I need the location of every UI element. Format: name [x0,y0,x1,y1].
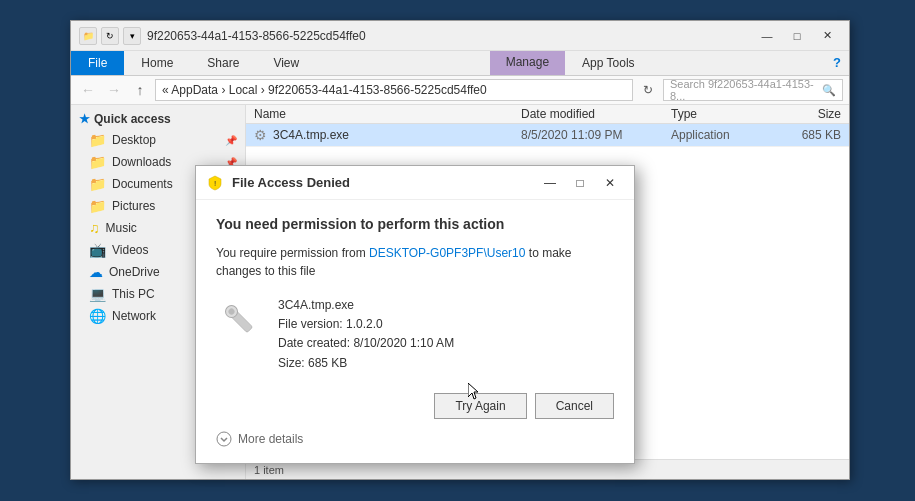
try-again-button[interactable]: Try Again [434,393,526,419]
wrench-icon [216,296,264,344]
file-detail-version: File version: 1.0.2.0 [278,315,454,334]
more-details-link[interactable]: More details [216,431,614,447]
dialog-body: You need permission to perform this acti… [196,200,634,463]
file-detail-size: Size: 685 KB [278,354,454,373]
dialog-title-text: File Access Denied [232,175,536,190]
dialog-heading: You need permission to perform this acti… [216,216,614,232]
dialog-subtext: You require permission from DESKTOP-G0PF… [216,244,614,280]
dialog-maximize-button[interactable]: □ [566,173,594,193]
dialog-minimize-button[interactable]: — [536,173,564,193]
file-access-denied-dialog: ! File Access Denied — □ ✕ You need perm… [195,165,635,464]
dialog-title-bar: ! File Access Denied — □ ✕ [196,166,634,200]
file-details: 3C4A.tmp.exe File version: 1.0.2.0 Date … [278,296,454,373]
file-detail-name: 3C4A.tmp.exe [278,296,454,315]
svg-point-4 [217,432,231,446]
permission-user: DESKTOP-G0PF3PF\User10 [369,246,526,260]
cancel-button[interactable]: Cancel [535,393,614,419]
shield-icon: ! [206,174,224,192]
dialog-overlay: ! File Access Denied — □ ✕ You need perm… [0,0,915,501]
svg-text:!: ! [214,179,216,188]
dialog-close-button[interactable]: ✕ [596,173,624,193]
dialog-buttons: Try Again Cancel [216,393,614,419]
dialog-file-info: 3C4A.tmp.exe File version: 1.0.2.0 Date … [216,296,614,373]
file-detail-date: Date created: 8/10/2020 1:10 AM [278,334,454,353]
chevron-down-icon [216,431,232,447]
more-details-text: More details [238,432,303,446]
dialog-controls: — □ ✕ [536,173,624,193]
